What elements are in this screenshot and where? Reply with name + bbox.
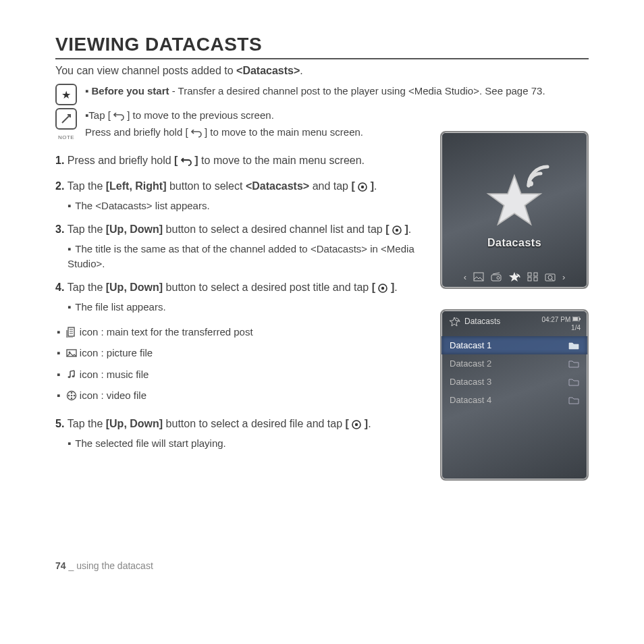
list-item: Datacast 3 (441, 373, 587, 391)
step-4: 4. Tap the [Up, Down] button to select a… (55, 279, 424, 315)
svg-point-5 (381, 287, 384, 290)
svg-rect-28 (534, 277, 537, 281)
list-item: Datacast 1 (441, 336, 587, 354)
chevron-left-icon: ‹ (464, 272, 466, 282)
browse-icon (545, 272, 556, 281)
status-time: 04:27 PM (541, 316, 581, 324)
select-icon (378, 281, 387, 297)
device-screenshot-datacast-list: Datacasts 04:27 PM 1/4 Datacast 1 (440, 309, 589, 481)
intro-text: You can view channel posts added to <Dat… (55, 65, 589, 77)
select-icon (392, 223, 402, 239)
svg-point-20 (528, 181, 533, 186)
svg-point-9 (68, 376, 70, 378)
menu-tray: ‹ › (441, 271, 587, 282)
datacasts-list-title: Datacasts (464, 317, 500, 326)
folder-icon (568, 360, 579, 368)
back-icon (181, 155, 192, 170)
back-icon (191, 127, 202, 142)
icon-legend: ▪ icon : main text for the transferred p… (57, 323, 424, 408)
note-icon: NOTE (55, 108, 77, 142)
svg-point-15 (73, 395, 75, 397)
grid-icon (527, 272, 538, 281)
list-item: Datacast 4 (441, 391, 587, 409)
svg-rect-26 (534, 273, 537, 276)
datacasts-label: Datacasts (487, 237, 541, 249)
signal-icon (525, 163, 552, 190)
svg-point-13 (70, 398, 72, 400)
picture-icon (473, 272, 484, 281)
page-footer: 74 _ using the datacast (55, 560, 153, 571)
svg-point-12 (70, 392, 72, 394)
before-you-start-callout: ★ ▪ Before you start - Transfer a desire… (55, 84, 589, 105)
star-icon: ★ (55, 84, 77, 105)
instruction-steps: 1. Press and briefly hold [ ] to move to… (55, 153, 424, 315)
step-3: 3. Tap the [Up, Down] button to select a… (55, 221, 424, 271)
svg-point-14 (68, 395, 70, 397)
svg-point-16 (70, 395, 72, 397)
step-5: 5. Tap the [Up, Down] button to select a… (55, 416, 424, 451)
video-file-icon (66, 388, 77, 408)
list-item: Datacast 2 (441, 354, 587, 373)
chevron-right-icon: › (562, 272, 565, 282)
back-icon (113, 110, 124, 125)
select-icon (358, 180, 367, 196)
datacasts-small-icon (508, 271, 520, 282)
step-2: 2. Tap the [Left, Right] button to selec… (55, 178, 424, 213)
datacast-list: Datacast 1 Datacast 2 Datacast 3 Datacas… (441, 335, 587, 410)
svg-point-18 (355, 423, 358, 426)
battery-icon (572, 317, 581, 321)
svg-point-1 (361, 186, 364, 188)
svg-rect-27 (528, 277, 531, 281)
svg-rect-34 (573, 317, 578, 321)
svg-rect-25 (528, 273, 531, 276)
svg-rect-33 (579, 318, 581, 320)
folder-icon (568, 378, 579, 386)
select-icon (352, 418, 361, 433)
svg-point-23 (497, 277, 500, 279)
svg-marker-24 (509, 272, 520, 281)
folder-icon (568, 342, 579, 350)
page-title: VIEWING DATACASTS (55, 34, 589, 59)
svg-point-10 (72, 375, 74, 377)
datacasts-header-icon (448, 316, 460, 327)
svg-point-3 (396, 229, 398, 232)
step-1: 1. Press and briefly hold [ ] to move to… (55, 153, 424, 170)
folder-icon (568, 396, 579, 404)
page-indicator: 1/4 (541, 324, 581, 332)
music-file-icon (66, 367, 77, 387)
radio-icon (491, 272, 502, 281)
text-file-icon (66, 325, 77, 344)
device-screenshot-main-menu: Datacasts ‹ › (440, 131, 589, 289)
picture-file-icon (66, 346, 77, 365)
